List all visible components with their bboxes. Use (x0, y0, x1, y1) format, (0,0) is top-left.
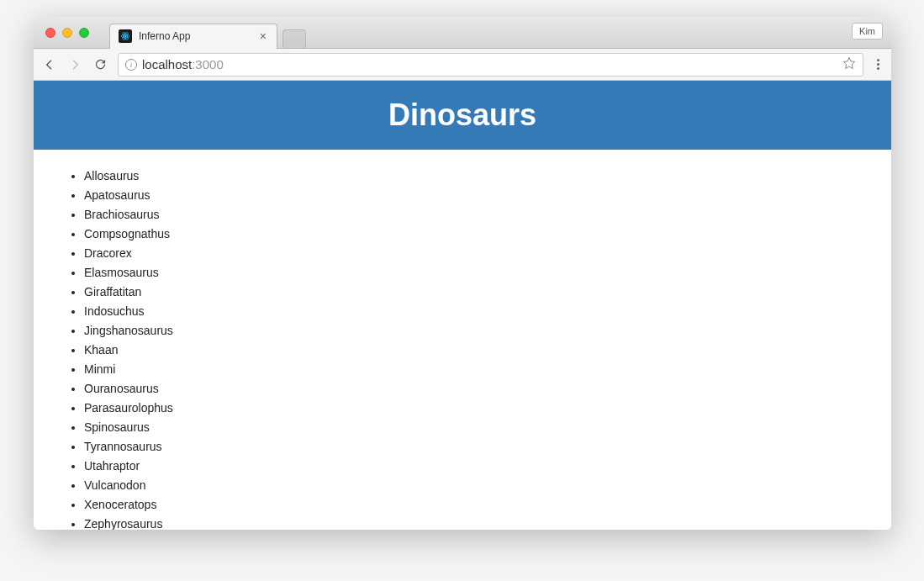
list-item: Dracorex (84, 244, 858, 263)
list-item: Xenoceratops (84, 495, 858, 515)
dinosaur-list: AllosaurusApatosaurusBrachiosaurusCompso… (67, 166, 858, 530)
close-window-button[interactable] (45, 28, 55, 38)
page-title: Dinosaurs (34, 98, 891, 133)
url-host: localhost (142, 57, 192, 71)
list-item: Giraffatitan (84, 283, 858, 302)
window-titlebar: Inferno App × Kim (34, 17, 891, 49)
browser-menu-button[interactable] (874, 59, 883, 70)
profile-badge[interactable]: Kim (852, 23, 883, 40)
url-text: localhost:3000 (142, 57, 837, 71)
address-bar[interactable]: i localhost:3000 (118, 53, 863, 77)
list-item: Vulcanodon (84, 476, 858, 495)
list-item: Indosuchus (84, 302, 858, 321)
url-port: :3000 (192, 57, 224, 71)
list-item: Apatosaurus (84, 186, 858, 205)
list-item: Parasaurolophus (84, 399, 858, 418)
minimize-window-button[interactable] (62, 28, 72, 38)
inferno-favicon-icon (119, 29, 132, 43)
close-tab-button[interactable]: × (258, 30, 268, 42)
browser-window: Inferno App × Kim i localhost:3000 (34, 17, 891, 530)
svg-marker-4 (843, 57, 854, 68)
site-info-icon[interactable]: i (125, 59, 137, 71)
tab-title: Inferno App (139, 30, 251, 42)
list-item: Brachiosaurus (84, 205, 858, 224)
page-header: Dinosaurs (34, 81, 891, 150)
window-controls (34, 28, 89, 38)
list-item: Allosaurus (84, 166, 858, 186)
list-item: Khaan (84, 341, 858, 360)
browser-toolbar: i localhost:3000 (34, 49, 891, 81)
list-item: Zephyrosaurus (84, 515, 858, 530)
forward-button[interactable] (67, 57, 82, 72)
list-item: Compsognathus (84, 224, 858, 244)
bookmark-star-icon[interactable] (842, 56, 856, 73)
back-button[interactable] (42, 57, 57, 72)
page-content: AllosaurusApatosaurusBrachiosaurusCompso… (34, 150, 891, 530)
list-item: Jingshanosaurus (84, 321, 858, 341)
list-item: Spinosaurus (84, 418, 858, 437)
new-tab-button[interactable] (282, 29, 306, 48)
list-item: Elasmosaurus (84, 263, 858, 283)
reload-button[interactable] (92, 57, 108, 72)
maximize-window-button[interactable] (79, 28, 89, 38)
browser-tab[interactable]: Inferno App × (109, 24, 277, 49)
svg-point-0 (124, 35, 127, 38)
page-viewport: Dinosaurs AllosaurusApatosaurusBrachiosa… (34, 81, 891, 530)
list-item: Minmi (84, 360, 858, 379)
list-item: Tyrannosaurus (84, 437, 858, 457)
list-item: Ouranosaurus (84, 379, 858, 399)
list-item: Utahraptor (84, 457, 858, 476)
